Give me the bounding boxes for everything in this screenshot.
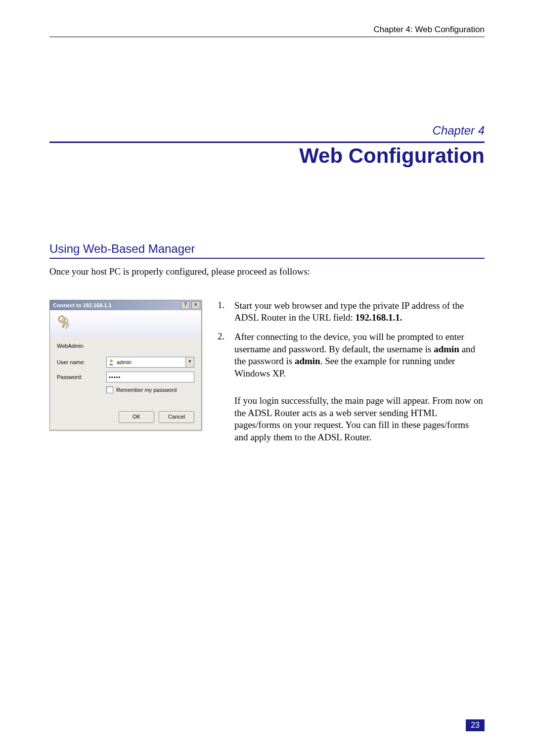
dialog-buttons: OK Cancel <box>57 411 194 423</box>
help-icon[interactable]: ? <box>181 301 190 309</box>
chapter-rule <box>49 142 485 143</box>
step-2-num: 2. <box>218 331 234 380</box>
username-row: User name: admin ▼ <box>57 357 194 368</box>
username-input[interactable]: admin ▼ <box>106 357 194 368</box>
page-header: Chapter 4: Web Configuration <box>49 25 485 37</box>
remember-checkbox[interactable] <box>106 386 113 393</box>
username-value: admin <box>117 359 132 365</box>
page-number: 23 <box>466 719 485 731</box>
header-text: Chapter 4: Web Configuration <box>373 25 485 34</box>
title-controls: ? × <box>181 301 200 309</box>
login-dialog: Connect to 192.168.1.1 ? × WebAdmin User… <box>49 300 202 430</box>
step-1: 1. Start your web browser and type the p… <box>218 300 485 324</box>
password-label: Password: <box>57 374 106 380</box>
password-input[interactable]: ••••• <box>106 372 194 382</box>
chapter-label: Chapter 4 <box>49 124 485 138</box>
dialog-titlebar: Connect to 192.168.1.1 ? × <box>50 300 201 310</box>
keys-icon <box>55 314 73 332</box>
chapter-title: Web Configuration <box>49 144 485 168</box>
step-1-num: 1. <box>218 300 234 324</box>
password-row: Password: ••••• <box>57 372 194 382</box>
step-list: 1. Start your web browser and type the p… <box>218 300 485 444</box>
step-1-text: Start your web browser and type the priv… <box>234 300 485 324</box>
chapter-block: Chapter 4 Web Configuration <box>49 124 485 168</box>
step-2-text: After connecting to the device, you will… <box>234 331 485 380</box>
step-2: 2. After connecting to the device, you w… <box>218 331 485 380</box>
close-icon[interactable]: × <box>191 301 200 309</box>
chevron-down-icon[interactable]: ▼ <box>185 357 194 367</box>
svg-point-4 <box>110 359 113 362</box>
section-heading: Using Web-Based Manager <box>49 242 485 259</box>
user-icon <box>108 359 115 366</box>
username-label: User name: <box>57 359 106 365</box>
dialog-subtitle: WebAdmin <box>57 343 194 349</box>
section-intro: Once your host PC is properly configured… <box>49 266 485 278</box>
cancel-button[interactable]: Cancel <box>159 411 194 423</box>
dialog-banner <box>50 310 201 337</box>
dialog-body: WebAdmin User name: admin ▼ Password: • <box>50 337 201 430</box>
remember-row: Remember my password <box>106 386 194 393</box>
ok-button[interactable]: OK <box>119 411 154 423</box>
remember-label: Remember my password <box>116 387 177 393</box>
step-followup: If you login successfully, the main page… <box>234 395 485 444</box>
dialog-title: Connect to 192.168.1.1 <box>53 302 112 308</box>
